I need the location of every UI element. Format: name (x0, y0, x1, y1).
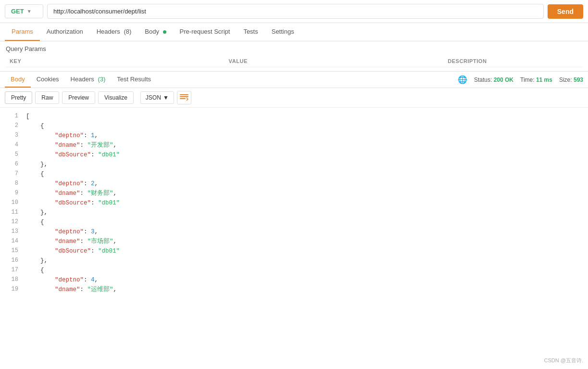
format-select[interactable]: JSON ▼ (140, 91, 174, 104)
code-line: 14 "dname": "市场部", (0, 237, 588, 246)
line-content: { (26, 266, 584, 275)
line-number: 7 (4, 169, 18, 178)
svg-rect-1 (180, 96, 188, 97)
tab-params[interactable]: Params (5, 23, 40, 41)
line-content: "deptno": 1, (26, 131, 584, 140)
code-line: 4 "dname": "开发部", (0, 140, 588, 150)
code-line: 15 "dbSource": "db01" (0, 246, 588, 256)
view-preview-button[interactable]: Preview (62, 91, 95, 104)
line-content: { (26, 169, 584, 179)
code-line: 2 { (0, 121, 588, 131)
line-number: 16 (4, 256, 18, 265)
line-number: 14 (4, 237, 18, 246)
format-bar: Pretty Raw Preview Visualize JSON ▼ (0, 88, 588, 108)
send-button[interactable]: Send (548, 4, 583, 19)
headers-badge: (8) (124, 28, 131, 35)
code-line: 6 }, (0, 160, 588, 169)
globe-icon: 🌐 (458, 75, 467, 84)
line-content: }, (26, 208, 584, 217)
line-content: }, (26, 256, 584, 266)
line-content: "dbSource": "db01" (26, 198, 584, 208)
svg-rect-2 (180, 98, 186, 99)
line-content: { (26, 217, 584, 227)
line-number: 3 (4, 131, 18, 140)
line-content: }, (26, 160, 584, 169)
resp-tab-headers[interactable]: Headers (3) (65, 72, 112, 88)
line-content: "dbSource": "db01" (26, 246, 584, 256)
code-line: 12 { (0, 217, 588, 227)
url-bar: GET ▼ Send (0, 0, 588, 23)
code-line: 5 "dbSource": "db01" (0, 150, 588, 160)
code-line: 9 "dname": "财务部", (0, 189, 588, 198)
line-number: 15 (4, 246, 18, 255)
line-number: 6 (4, 160, 18, 169)
line-content: "dbSource": "db01" (26, 150, 584, 160)
params-table: KEY VALUE DESCRIPTION (6, 55, 582, 67)
resp-tab-testresults[interactable]: Test Results (111, 72, 157, 88)
line-number: 4 (4, 140, 18, 150)
tab-prerequest[interactable]: Pre-request Script (173, 23, 237, 41)
code-line: 3 "deptno": 1, (0, 131, 588, 140)
line-number: 8 (4, 179, 18, 188)
code-line: 10 "dbSource": "db01" (0, 198, 588, 208)
view-visualize-button[interactable]: Visualize (98, 91, 134, 104)
url-input[interactable] (47, 4, 544, 19)
code-line: 11 }, (0, 208, 588, 217)
time-value: 11 ms (536, 76, 552, 83)
tab-body[interactable]: Body (138, 23, 173, 41)
method-label: GET (11, 8, 24, 15)
col-description: DESCRIPTION (444, 55, 582, 67)
tab-tests[interactable]: Tests (237, 23, 264, 41)
code-line: 19 "dname": "运维部", (0, 285, 588, 294)
view-pretty-button[interactable]: Pretty (5, 91, 32, 104)
tab-settings[interactable]: Settings (265, 23, 301, 41)
format-chevron-icon: ▼ (163, 94, 169, 101)
line-content: "deptno": 4, (26, 275, 584, 285)
size-value: 593 (574, 76, 583, 83)
line-number: 2 (4, 121, 18, 130)
status-label: Status: 200 OK (474, 76, 513, 83)
query-params-title: Query Params (6, 45, 582, 52)
line-number: 17 (4, 266, 18, 275)
resp-tab-cookies[interactable]: Cookies (31, 72, 65, 88)
line-content: "dname": "财务部", (26, 189, 584, 198)
method-select[interactable]: GET ▼ (5, 4, 43, 18)
resp-headers-badge: (3) (98, 76, 105, 83)
line-number: 13 (4, 227, 18, 236)
col-value: VALUE (225, 55, 444, 67)
line-content: "dname": "运维部", (26, 285, 584, 294)
resp-tab-body[interactable]: Body (5, 72, 31, 88)
size-label: Size: 593 (559, 76, 583, 83)
request-tabs: Params Authorization Headers (8) Body Pr… (0, 23, 588, 41)
line-content: "dname": "开发部", (26, 140, 584, 150)
response-tabs-bar: Body Cookies Headers (3) Test Results 🌐 … (0, 72, 588, 88)
tab-headers[interactable]: Headers (8) (90, 23, 138, 41)
line-number: 5 (4, 150, 18, 159)
code-line: 8 "deptno": 2, (0, 179, 588, 189)
tab-authorization[interactable]: Authorization (40, 23, 90, 41)
line-number: 10 (4, 198, 18, 207)
chevron-down-icon: ▼ (27, 9, 32, 14)
query-params-section: Query Params KEY VALUE DESCRIPTION (0, 41, 588, 72)
code-line: 18 "deptno": 4, (0, 275, 588, 285)
line-number: 9 (4, 189, 18, 198)
code-line: 1[ (0, 112, 588, 121)
svg-rect-0 (180, 94, 188, 95)
wrap-button[interactable] (177, 91, 191, 104)
code-line: 17 { (0, 266, 588, 275)
line-content: { (26, 121, 584, 131)
response-status: 🌐 Status: 200 OK Time: 11 ms Size: 593 (458, 75, 583, 84)
code-area[interactable]: 1[2 {3 "deptno": 1,4 "dname": "开发部",5 "d… (0, 108, 588, 310)
line-number: 11 (4, 208, 18, 217)
code-line: 13 "deptno": 3, (0, 227, 588, 237)
view-raw-button[interactable]: Raw (35, 91, 59, 104)
line-content: [ (26, 112, 584, 121)
line-content: "deptno": 3, (26, 227, 584, 237)
body-dot-icon (163, 30, 166, 34)
col-key: KEY (6, 55, 225, 67)
line-number: 18 (4, 275, 18, 284)
format-label: JSON (146, 94, 161, 101)
line-number: 12 (4, 217, 18, 227)
line-content: "deptno": 2, (26, 179, 584, 189)
line-content: "dname": "市场部", (26, 237, 584, 246)
